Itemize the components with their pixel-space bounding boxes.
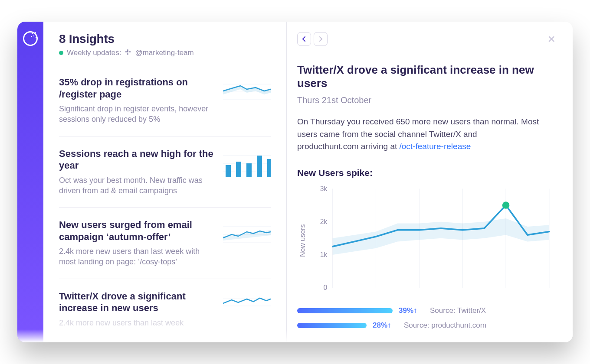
insights-list: 35% drop in registrations on /register p… [59,65,271,339]
svg-text:0: 0 [324,284,328,291]
source-breakdown: 39%↑ Source: Twitter/X 28%↑ Source: prod… [297,306,555,330]
source-row: 28%↑ Source: producthunt.com [297,321,555,330]
insight-desc: 2.4k more new users than last week with … [59,246,216,267]
insight-item[interactable]: Sessions reach a new high for the year O… [59,136,271,208]
channel-name[interactable]: @marketing-team [135,49,193,57]
insight-title: Twitter/X drove a significant increase i… [59,290,216,314]
prev-insight-button[interactable] [297,32,311,46]
subtitle-row: Weekly updates: @marketing-team [59,49,271,57]
sparkline-icon [223,290,271,322]
detail-title: Twitter/X drove a significant increase i… [297,63,555,90]
insight-item[interactable]: 35% drop in registrations on /register p… [59,65,271,136]
svg-rect-2 [129,51,131,52]
source-label: Source: Twitter/X [430,306,486,315]
source-bar [297,308,393,313]
page-title: 8 Insights [59,32,271,46]
source-bar [297,323,367,328]
insight-desc: Significant drop in register events, how… [59,104,216,125]
svg-text:3k: 3k [320,185,328,192]
logo-icon [23,31,38,46]
insight-item[interactable]: Twitter/X drove a significant increase i… [59,279,271,339]
insight-title: Sessions reach a new high for the year [59,148,216,172]
source-label: Source: producthunt.com [404,321,486,330]
sparkbar-icon [223,148,271,179]
chart-y-axis-label: New users [297,184,308,297]
app-frame: 8 Insights Weekly updates: @marketing-te… [17,22,573,342]
svg-rect-3 [127,53,128,55]
insight-item[interactable]: New users surged from email campaign ‘au… [59,208,271,279]
sparkline-icon [223,219,271,250]
svg-text:1k: 1k [320,251,328,258]
svg-text:2k: 2k [320,218,328,225]
insight-title: 35% drop in registrations on /register p… [59,76,216,100]
sparkline-icon [223,76,271,107]
new-users-chart: New users 01k2k3k [297,184,555,297]
svg-rect-4 [127,51,128,52]
svg-rect-12 [226,165,231,177]
chart-title: New Users spike: [297,168,555,178]
source-pct: 39%↑ [399,306,424,315]
detail-body: On Thursday you received 650 more new us… [297,116,540,153]
sidebar [17,22,43,342]
svg-rect-1 [127,49,128,51]
insight-desc: 2.4k more new users than last week [59,318,216,328]
status-dot-icon [59,51,63,55]
insight-title: New users surged from email campaign ‘au… [59,219,216,243]
detail-body-link[interactable]: /oct-feature-release [400,142,471,151]
source-row: 39%↑ Source: Twitter/X [297,306,555,315]
insight-detail-pane: × Twitter/X drove a significant increase… [287,22,573,342]
svg-rect-15 [257,156,262,177]
subtitle-prefix: Weekly updates: [67,49,121,57]
detail-date: Thurs 21st October [297,95,555,105]
close-icon[interactable]: × [547,32,555,46]
svg-rect-14 [246,163,252,177]
svg-rect-16 [267,159,271,177]
insights-list-pane: 8 Insights Weekly updates: @marketing-te… [43,22,286,342]
svg-point-32 [502,202,510,209]
chart-svg: 01k2k3k [308,184,555,297]
insight-desc: Oct was your best month. New traffic was… [59,175,216,196]
svg-rect-0 [125,51,127,52]
source-pct: 28%↑ [373,321,398,330]
slack-icon [125,49,131,57]
svg-rect-13 [236,162,241,177]
next-insight-button[interactable] [314,32,328,46]
